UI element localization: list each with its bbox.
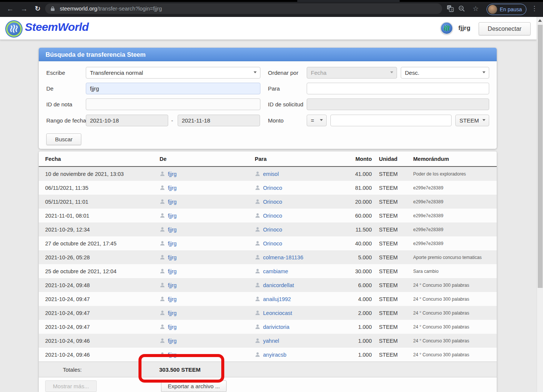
from-account-link[interactable]: fjjrg — [168, 185, 176, 191]
from-account-link[interactable]: fjjrg — [168, 352, 176, 358]
cell-to: colmena-181136 — [255, 254, 334, 260]
cell-date: 2021-10-24, 09:46 — [45, 352, 160, 358]
cell-date: 2021-10-24, 09:47 — [45, 310, 160, 316]
cell-date: 27 de octubre de 2021, 17:45 — [45, 241, 160, 247]
from-account-link[interactable]: fjjrg — [168, 310, 176, 316]
scrollbar-up-arrow[interactable] — [538, 19, 542, 22]
cell-date: 2021-11-01, 08:01 — [45, 213, 160, 219]
bookmark-star-icon[interactable]: ☆ — [472, 5, 479, 12]
steemworld-logo-icon[interactable] — [5, 20, 23, 38]
to-account-link[interactable]: colmena-181136 — [263, 254, 303, 260]
from-account-link[interactable]: fjjrg — [168, 241, 176, 247]
table-row: 27 de octubre de 2021, 17:45fjjrgOrinoco… — [39, 236, 497, 250]
order-direction-select[interactable]: Desc. — [401, 67, 489, 79]
amount-operator-value: = — [311, 117, 314, 124]
cell-unit: STEEM — [372, 310, 413, 316]
logout-button[interactable]: Desconectar — [479, 22, 531, 35]
request-id-input[interactable] — [307, 98, 489, 110]
person-icon — [160, 352, 165, 357]
from-account-link[interactable]: fjjrg — [168, 254, 176, 260]
translate-icon[interactable]: G文 — [446, 5, 454, 12]
from-account-link[interactable]: fjjrg — [168, 338, 176, 344]
from-account-link[interactable]: fjjrg — [168, 227, 176, 233]
to-account-link[interactable]: darivictoria — [263, 324, 289, 330]
zoom-out-icon[interactable] — [458, 5, 465, 12]
from-input[interactable] — [86, 83, 260, 94]
amount-label: Monto — [268, 117, 284, 124]
reload-icon[interactable]: ↻ — [32, 4, 43, 14]
order-select[interactable]: Fecha — [307, 67, 397, 79]
to-account-link[interactable]: yahnel — [263, 338, 279, 344]
table-row: 10 de noviembre de 2021, 13:03fjjrgemiso… — [39, 167, 497, 181]
from-account-link[interactable]: fjjrg — [168, 171, 176, 177]
export-button[interactable]: Exportar a archivo ... — [161, 380, 227, 392]
search-button[interactable]: Buscar — [46, 133, 81, 145]
to-account-link[interactable]: Orinoco — [263, 213, 282, 219]
cell-unit: STEEM — [372, 338, 413, 344]
show-more-button[interactable]: Mostrar más... — [45, 380, 97, 392]
to-account-link[interactable]: emisol — [263, 171, 279, 177]
to-account-link[interactable]: Leonciocast — [263, 310, 292, 316]
person-icon — [160, 227, 165, 232]
browser-toolbar: ← → ↻ steemworld.org/transfer-search?log… — [0, 0, 543, 17]
person-icon — [255, 296, 260, 302]
cell-memo: Poder de los exploradores — [413, 171, 497, 177]
cell-to: Orinoco — [255, 213, 334, 219]
to-account-link[interactable]: cambiame — [263, 268, 288, 274]
cell-from: fjjrg — [160, 296, 255, 302]
type-select[interactable]: Transferencia normal — [86, 67, 260, 79]
to-account-link[interactable]: danicordellat — [263, 282, 294, 288]
cell-unit: STEEM — [372, 199, 413, 205]
cell-from: fjjrg — [160, 254, 255, 260]
date-from-input[interactable] — [86, 115, 168, 126]
from-account-link[interactable]: fjjrg — [168, 213, 176, 219]
browser-menu-icon[interactable]: ⋮ — [531, 5, 538, 12]
page-scrollbar[interactable] — [537, 17, 543, 392]
amount-unit-select[interactable]: STEEM — [455, 115, 489, 126]
order-direction-value: Desc. — [405, 70, 419, 76]
to-account-link[interactable]: anyiracsb — [263, 352, 286, 358]
cell-amount: 81.000 — [334, 185, 372, 191]
cell-to: cambiame — [255, 268, 334, 274]
to-input[interactable] — [307, 83, 489, 94]
tab-strip-hint — [297, 0, 400, 2]
cell-date: 2021-10-24, 09:47 — [45, 324, 160, 330]
address-bar[interactable]: steemworld.org/transfer-search?login=fjj… — [45, 3, 442, 14]
cell-amount: 5.000 — [334, 254, 372, 260]
to-account-link[interactable]: anailuj1992 — [263, 296, 291, 302]
cell-to: yahnel — [255, 338, 334, 344]
memo-id-input[interactable] — [86, 98, 260, 110]
date-to-input[interactable] — [178, 115, 260, 126]
to-account-link[interactable]: Orinoco — [263, 227, 282, 233]
to-account-link[interactable]: Orinoco — [263, 241, 282, 247]
cell-amount: 1.000 — [334, 338, 372, 344]
memo-id-label: ID de nota — [46, 101, 72, 107]
amount-operator-select[interactable]: = — [307, 115, 327, 126]
from-account-link[interactable]: fjjrg — [168, 296, 176, 302]
from-label: De — [46, 85, 53, 92]
table-row: 2021-10-24, 09:48fjjrgdanicordellat6.000… — [39, 278, 497, 292]
cell-to: anyiracsb — [255, 352, 334, 358]
brand-title[interactable]: SteemWorld — [25, 21, 88, 33]
forward-icon[interactable]: → — [19, 4, 29, 14]
from-account-link[interactable]: fjjrg — [168, 199, 176, 205]
scrollbar-thumb[interactable] — [538, 25, 543, 288]
cell-amount: 40.000 — [334, 241, 372, 247]
person-icon — [160, 282, 165, 288]
to-account-link[interactable]: Orinoco — [263, 185, 282, 191]
from-account-link[interactable]: fjjrg — [168, 282, 176, 288]
cell-date: 2021-10-26, 05:28 — [45, 254, 160, 260]
table-row: 2021-11-01, 08:01fjjrgOrinoco60.000STEEM… — [39, 209, 497, 222]
user-avatar[interactable] — [440, 22, 453, 35]
cell-amount: 6.000 — [334, 282, 372, 288]
back-icon[interactable]: ← — [5, 4, 15, 14]
to-account-link[interactable]: Orinoco — [263, 199, 282, 205]
person-icon — [160, 338, 165, 344]
from-account-link[interactable]: fjjrg — [168, 268, 176, 274]
cell-amount: 30.000 — [334, 268, 372, 274]
from-account-link[interactable]: fjjrg — [168, 324, 176, 330]
amount-input[interactable] — [330, 115, 452, 126]
cell-unit: STEEM — [372, 227, 413, 233]
profile-chip[interactable]: En pausa — [487, 4, 526, 15]
logged-in-username: fjjrg — [458, 24, 470, 32]
